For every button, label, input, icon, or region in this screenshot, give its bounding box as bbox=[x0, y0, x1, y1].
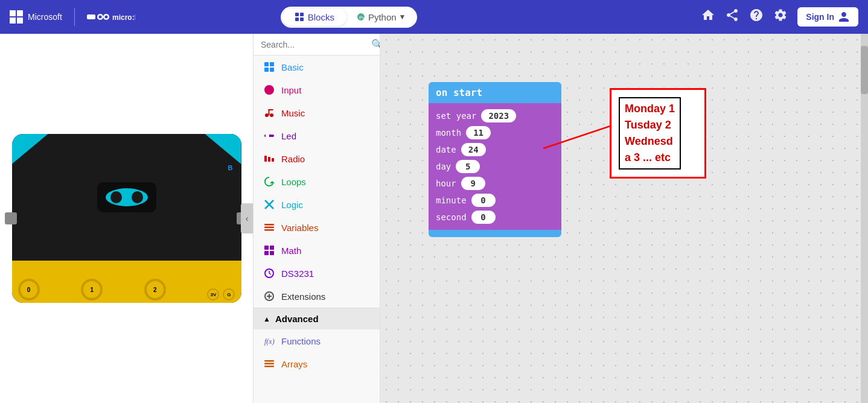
toolbox-item-variables[interactable]: Variables bbox=[254, 216, 380, 239]
pin-0-circle: 0 bbox=[18, 279, 40, 300]
microbit-eyes bbox=[106, 188, 148, 206]
python-tab[interactable]: Py Python ▼ bbox=[346, 8, 416, 26]
header-icons: Sign In bbox=[701, 7, 858, 27]
svg-line-42 bbox=[269, 273, 271, 274]
block-row-minute: minute 0 bbox=[436, 194, 554, 207]
help-button[interactable] bbox=[749, 8, 764, 26]
svg-rect-34 bbox=[264, 227, 274, 229]
pin-2-circle: 2 bbox=[144, 279, 166, 300]
search-icon: 🔍 bbox=[371, 39, 380, 50]
svg-rect-33 bbox=[264, 224, 274, 226]
set-year-label: set year bbox=[436, 111, 476, 121]
block-row-month: month 11 bbox=[436, 126, 554, 139]
collapse-simulator-button[interactable]: ‹ bbox=[241, 203, 253, 233]
svg-rect-18 bbox=[264, 68, 269, 72]
simulator-panel: B A 0 1 bbox=[0, 34, 254, 403]
blocks-tab[interactable]: Blocks bbox=[282, 8, 346, 26]
svg-rect-17 bbox=[270, 62, 274, 66]
extensions-icon bbox=[263, 290, 275, 302]
toolbox-item-music[interactable]: Music bbox=[254, 101, 380, 124]
home-button[interactable] bbox=[701, 8, 715, 26]
pin-3v: 3V bbox=[207, 288, 219, 300]
basic-label: Basic bbox=[281, 62, 304, 72]
toolbox-item-functions[interactable]: f(x) Functions bbox=[254, 329, 380, 352]
svg-rect-11 bbox=[300, 13, 304, 16]
svg-rect-27 bbox=[264, 156, 267, 162]
toolbox-panel: 🔍 Basic Input Music bbox=[254, 34, 380, 403]
date-value[interactable]: 24 bbox=[461, 143, 486, 156]
variables-label: Variables bbox=[281, 223, 318, 233]
workspace-scrollbar[interactable] bbox=[861, 34, 868, 403]
svg-point-20 bbox=[264, 85, 274, 95]
pin-gnd-circle: G bbox=[223, 288, 235, 300]
ds3231-label: DS3231 bbox=[281, 268, 314, 279]
pin-2: 2 bbox=[144, 279, 166, 300]
svg-rect-16 bbox=[264, 62, 269, 66]
search-box: 🔍 bbox=[254, 34, 380, 56]
hour-value[interactable]: 9 bbox=[461, 177, 485, 190]
header-divider bbox=[74, 8, 75, 26]
blocks-tab-label: Blocks bbox=[308, 12, 334, 22]
pin-3v-circle: 3V bbox=[207, 288, 219, 300]
svg-point-8 bbox=[104, 16, 107, 19]
svg-rect-47 bbox=[264, 360, 274, 362]
svg-text:micro:bit: micro:bit bbox=[112, 13, 135, 22]
toolbox-item-basic[interactable]: Basic bbox=[254, 56, 380, 78]
arrays-icon bbox=[263, 358, 275, 370]
advanced-section-header[interactable]: ▲ Advanced bbox=[254, 308, 380, 329]
pin-1-circle: 1 bbox=[81, 279, 103, 300]
hour-label: hour bbox=[436, 179, 456, 188]
toolbox-item-input[interactable]: Input bbox=[254, 78, 380, 101]
toolbox-item-math[interactable]: Math bbox=[254, 239, 380, 262]
pin-1: 1 bbox=[81, 279, 103, 300]
day-value[interactable]: 5 bbox=[456, 160, 480, 173]
svg-rect-4 bbox=[87, 14, 95, 19]
svg-rect-28 bbox=[268, 157, 270, 162]
display-output-box: Monday 1 Tusday 2 Wednesd a 3 ... etc bbox=[610, 88, 706, 179]
toolbox-item-led[interactable]: Led bbox=[254, 124, 380, 147]
toolbox-item-logic[interactable]: Logic bbox=[254, 193, 380, 216]
minute-value[interactable]: 0 bbox=[471, 194, 496, 207]
logic-icon bbox=[263, 198, 275, 211]
share-button[interactable] bbox=[725, 8, 739, 26]
blocks-icon bbox=[295, 12, 304, 22]
svg-rect-2 bbox=[10, 17, 16, 24]
svg-rect-13 bbox=[300, 17, 304, 21]
mode-tabs: Blocks Py Python ▼ bbox=[281, 7, 418, 28]
radio-label: Radio bbox=[281, 154, 305, 164]
scrollbar-thumb[interactable] bbox=[861, 46, 868, 94]
top-right-decoration bbox=[205, 134, 241, 164]
svg-rect-24 bbox=[269, 109, 273, 110]
svg-rect-19 bbox=[270, 68, 274, 72]
radio-icon bbox=[263, 153, 275, 165]
user-icon bbox=[838, 11, 850, 23]
second-value[interactable]: 0 bbox=[471, 211, 496, 224]
month-value[interactable]: 11 bbox=[466, 126, 491, 139]
settings-button[interactable] bbox=[773, 8, 788, 26]
toolbox-item-ds3231[interactable]: DS3231 bbox=[254, 262, 380, 285]
signin-label: Sign In bbox=[806, 12, 834, 22]
toolbox-item-extensions[interactable]: Extensions bbox=[254, 285, 380, 308]
toolbox-item-loops[interactable]: Loops bbox=[254, 170, 380, 193]
math-icon bbox=[263, 244, 275, 256]
signin-button[interactable]: Sign In bbox=[797, 7, 858, 27]
home-icon bbox=[701, 8, 715, 22]
microsoft-logo: Microsoft bbox=[10, 10, 62, 24]
windows-icon bbox=[10, 10, 23, 24]
workspace[interactable]: on start set year 2023 month 11 date 24 bbox=[380, 34, 868, 403]
python-tab-label: Python bbox=[368, 12, 397, 22]
toolbox-item-arrays[interactable]: Arrays bbox=[254, 352, 380, 375]
led-label: Led bbox=[281, 131, 296, 141]
search-input[interactable] bbox=[261, 40, 366, 49]
microbit-device: B A 0 1 bbox=[12, 134, 241, 303]
toolbox-item-radio[interactable]: Radio bbox=[254, 147, 380, 170]
year-value[interactable]: 2023 bbox=[481, 109, 516, 122]
block-on-start-container: on start set year 2023 month 11 date 24 bbox=[429, 82, 561, 237]
gear-icon bbox=[773, 8, 788, 22]
month-label: month bbox=[436, 128, 461, 138]
on-start-block[interactable]: on start bbox=[429, 82, 561, 103]
microbit-connectors: 0 1 2 3V G bbox=[12, 261, 241, 303]
svg-rect-10 bbox=[295, 13, 299, 16]
python-icon: Py bbox=[356, 12, 366, 22]
button-a[interactable] bbox=[5, 212, 17, 224]
